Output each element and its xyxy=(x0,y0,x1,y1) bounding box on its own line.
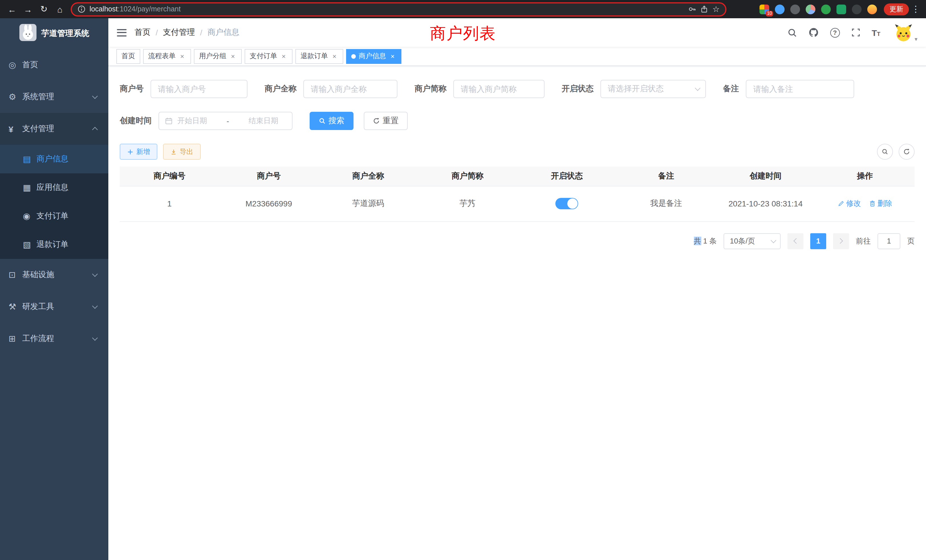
forward-button[interactable]: → xyxy=(21,2,35,17)
col-actions: 操作 xyxy=(816,166,915,186)
sidebar-item-system[interactable]: ⚙ 系统管理 xyxy=(0,81,108,113)
app-logo[interactable]: 芋道管理系统 xyxy=(0,18,108,49)
col-merchant-id: 商户编号 xyxy=(120,166,219,186)
reload-button[interactable]: ↻ xyxy=(36,2,51,17)
cell-merchant-id: 1 xyxy=(120,186,219,221)
edit-button[interactable]: 修改 xyxy=(838,198,861,209)
date-end-input[interactable]: 结束日期 xyxy=(249,116,278,126)
cell-full-name: 芋道源码 xyxy=(318,186,418,221)
delete-button[interactable]: 删除 xyxy=(869,198,892,209)
chevron-down-icon xyxy=(92,303,98,309)
remark-input[interactable] xyxy=(746,80,854,98)
reset-button[interactable]: 重置 xyxy=(364,112,408,130)
date-start-input[interactable]: 开始日期 xyxy=(177,116,207,126)
sidebar-item-pay-order[interactable]: ◉ 支付订单 xyxy=(0,202,108,230)
document-icon: ▧ xyxy=(23,239,36,250)
sidebar-item-refund-order[interactable]: ▧ 退款订单 xyxy=(0,230,108,259)
tab-merchant-info[interactable]: 商户信息× xyxy=(346,49,401,64)
extension-icon-5[interactable] xyxy=(821,4,831,14)
total-count: 共 1 条 xyxy=(694,236,717,246)
font-size-icon[interactable]: TT xyxy=(872,28,881,37)
goto-page-input[interactable] xyxy=(878,233,900,249)
prev-page-button[interactable] xyxy=(787,233,803,249)
password-key-icon[interactable] xyxy=(688,5,696,13)
profile-avatar[interactable] xyxy=(867,4,877,14)
status-toggle[interactable] xyxy=(555,198,578,209)
fullscreen-icon[interactable] xyxy=(851,28,860,37)
close-icon[interactable]: × xyxy=(389,53,396,60)
filter-row-2: 创建时间 开始日期 - 结束日期 搜索 重置 xyxy=(120,112,915,130)
tab-label: 商户信息 xyxy=(359,51,386,61)
tab-home[interactable]: 首页 xyxy=(117,49,140,64)
sidebar-item-dev-tools[interactable]: ⚒ 研发工具 xyxy=(0,291,108,323)
breadcrumb-home[interactable]: 首页 xyxy=(135,27,151,38)
sidebar-item-label: 首页 xyxy=(22,60,38,70)
extension-icon-4[interactable] xyxy=(806,4,816,14)
add-button[interactable]: 新增 xyxy=(120,144,157,160)
close-icon[interactable]: × xyxy=(229,53,237,60)
hide-search-button[interactable] xyxy=(877,144,893,160)
breadcrumb-current: 商户信息 xyxy=(207,27,239,38)
extension-icon-3[interactable] xyxy=(790,4,800,14)
search-button[interactable]: 搜索 xyxy=(310,112,354,130)
close-icon[interactable]: × xyxy=(331,53,338,60)
github-icon[interactable] xyxy=(808,27,819,38)
sidebar-item-label: 研发工具 xyxy=(22,302,54,312)
refresh-button[interactable] xyxy=(899,144,915,160)
page-size-select[interactable]: 10条/页 xyxy=(723,233,781,249)
user-avatar[interactable]: ▾ xyxy=(894,23,917,42)
tab-label: 首页 xyxy=(121,51,135,61)
col-status: 开启状态 xyxy=(517,166,617,186)
chevron-down-icon xyxy=(695,85,701,91)
url-bar[interactable]: localhost:1024/pay/merchant ☆ xyxy=(71,2,726,16)
sidebar-item-app-info[interactable]: ▦ 应用信息 xyxy=(0,173,108,202)
delete-button-label: 删除 xyxy=(878,198,892,209)
tab-pay-order[interactable]: 支付订单× xyxy=(245,49,292,64)
sidebar-item-workflow[interactable]: ⊞ 工作流程 xyxy=(0,323,108,355)
next-page-button[interactable] xyxy=(833,233,849,249)
extension-icon-2[interactable] xyxy=(775,4,785,14)
merchant-shortname-input[interactable] xyxy=(453,80,545,98)
chrome-update-button[interactable]: 更新 xyxy=(884,3,909,15)
sidebar-toggle[interactable] xyxy=(117,29,127,36)
search-icon[interactable] xyxy=(787,28,797,37)
chrome-menu-button[interactable]: ⋮ xyxy=(910,4,921,14)
tab-user-group[interactable]: 用户分组× xyxy=(194,49,242,64)
extension-icon-1[interactable]: 10 xyxy=(760,4,769,14)
help-icon[interactable]: ? xyxy=(830,28,840,37)
share-icon[interactable] xyxy=(701,5,708,13)
info-icon[interactable] xyxy=(77,5,86,13)
card-icon: ▤ xyxy=(23,154,36,164)
cell-created-at: 2021-10-23 08:31:14 xyxy=(716,186,816,221)
pagination: 共 1 条 10条/页 1 前往 页 xyxy=(120,233,915,249)
sidebar-item-label: 系统管理 xyxy=(22,92,54,102)
date-range-picker[interactable]: 开始日期 - 结束日期 xyxy=(159,112,292,130)
tab-process-form[interactable]: 流程表单× xyxy=(143,49,191,64)
bookmark-star-icon[interactable]: ☆ xyxy=(713,5,720,14)
sidebar-item-infrastructure[interactable]: ⊡ 基础设施 xyxy=(0,259,108,291)
table-toolbar: 新增 导出 xyxy=(120,144,915,160)
chevron-down-icon xyxy=(92,93,98,99)
sidebar-item-payment[interactable]: ¥ 支付管理 xyxy=(0,113,108,145)
create-time-label: 创建时间 xyxy=(120,116,159,126)
url-text[interactable]: localhost:1024/pay/merchant xyxy=(89,5,181,13)
merchant-fullname-input[interactable] xyxy=(303,80,398,98)
close-icon[interactable]: × xyxy=(179,53,186,60)
sidebar-item-merchant-info[interactable]: ▤ 商户信息 xyxy=(0,145,108,173)
merchant-no-label: 商户号 xyxy=(120,84,151,94)
back-button[interactable]: ← xyxy=(5,2,20,17)
home-button[interactable]: ⌂ xyxy=(53,2,67,17)
page-1-button[interactable]: 1 xyxy=(810,233,826,249)
merchant-no-input[interactable] xyxy=(151,80,247,98)
sidebar-item-home[interactable]: ◎ 首页 xyxy=(0,49,108,81)
extension-icon-7[interactable] xyxy=(852,4,862,14)
breadcrumb-payment[interactable]: 支付管理 xyxy=(163,27,195,38)
yen-icon: ¥ xyxy=(9,124,22,134)
breadcrumb: 首页 / 支付管理 / 商户信息 xyxy=(135,27,239,38)
tab-refund-order[interactable]: 退款订单× xyxy=(295,49,343,64)
close-icon[interactable]: × xyxy=(280,53,287,60)
order-icon: ◉ xyxy=(23,211,36,221)
extension-icon-6[interactable] xyxy=(837,4,846,14)
export-button[interactable]: 导出 xyxy=(163,144,201,160)
status-select[interactable]: 请选择开启状态 xyxy=(601,80,706,98)
